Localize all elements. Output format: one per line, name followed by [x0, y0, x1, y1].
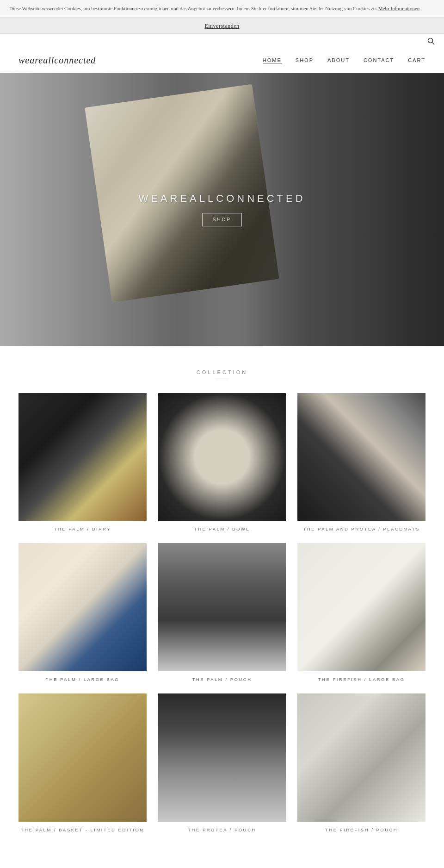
product-item-palm-bowl[interactable]: THE PALM / BOWL: [158, 393, 286, 532]
product-name-protea-pouch: THE PROTEA / POUCH: [158, 827, 286, 832]
nav-about[interactable]: ABOUT: [327, 57, 350, 63]
hero-section: WEAREALLCONNECTED SHOP: [0, 73, 444, 346]
product-name-palm-basket: THE PALM / BASKET - LIMITED EDITION: [18, 827, 147, 832]
header-search-bar: [0, 34, 444, 50]
product-image-palm-large-bag: [18, 543, 147, 671]
product-image-inner-palm-large-bag: [18, 543, 147, 671]
product-image-inner-palm-basket: [18, 693, 147, 822]
nav-cart[interactable]: CART: [408, 57, 426, 63]
product-image-inner-protea-pouch: [158, 693, 286, 822]
product-item-palm-pouch[interactable]: THE PALM / POUCH: [158, 543, 286, 682]
cookie-more-info-link[interactable]: Mehr Informationen: [378, 6, 420, 11]
product-image-palm-pouch: [158, 543, 286, 671]
product-image-firefish-large-bag: [297, 543, 426, 671]
nav-contact[interactable]: CONTACT: [364, 57, 394, 63]
product-image-inner-firefish-pouch: [297, 693, 426, 822]
product-image-protea-pouch: [158, 693, 286, 822]
collection-section: COLLECTION THE PALM / DIARYTHE PALM / BO…: [0, 346, 444, 858]
main-navigation: HOME SHOP ABOUT CONTACT CART: [263, 57, 426, 63]
product-item-palm-placemats[interactable]: THE PALM AND PROTEA / PLACEMATS: [297, 393, 426, 532]
product-item-palm-basket[interactable]: THE PALM / BASKET - LIMITED EDITION: [18, 693, 147, 832]
search-button[interactable]: [427, 37, 435, 47]
product-image-palm-bowl: [158, 393, 286, 521]
collection-title: COLLECTION: [18, 369, 426, 375]
product-item-firefish-large-bag[interactable]: THE FIREFISH / LARGE BAG: [297, 543, 426, 682]
product-image-inner-firefish-large-bag: [297, 543, 426, 671]
nav-shop[interactable]: SHOP: [296, 57, 314, 63]
product-name-firefish-pouch: THE FIREFISH / POUCH: [297, 827, 426, 832]
product-image-palm-basket: [18, 693, 147, 822]
collection-divider: [215, 379, 229, 379]
product-grid: THE PALM / DIARYTHE PALM / BOWLTHE PALM …: [18, 393, 426, 832]
cookie-accept-link[interactable]: Einverstanden: [204, 23, 239, 29]
product-image-inner-palm-bowl: [158, 393, 286, 521]
product-name-palm-large-bag: THE PALM / LARGE BAG: [18, 677, 147, 682]
product-name-palm-bowl: THE PALM / BOWL: [158, 526, 286, 531]
product-item-protea-pouch[interactable]: THE PROTEA / POUCH: [158, 693, 286, 832]
hero-shop-button[interactable]: SHOP: [202, 213, 242, 226]
product-item-palm-diary[interactable]: THE PALM / DIARY: [18, 393, 147, 532]
collection-header: COLLECTION: [18, 369, 426, 379]
product-item-firefish-pouch[interactable]: THE FIREFISH / POUCH: [297, 693, 426, 832]
cookie-message: Diese Webseite verwendet Cookies, um bes…: [9, 6, 377, 11]
hero-content: WEAREALLCONNECTED SHOP: [138, 193, 305, 226]
cookie-accept-bar: Einverstanden: [0, 18, 444, 34]
svg-line-1: [432, 42, 435, 44]
product-image-palm-diary: [18, 393, 147, 521]
logo[interactable]: weareallconnected: [18, 55, 96, 66]
product-image-inner-palm-pouch: [158, 543, 286, 671]
product-item-palm-large-bag[interactable]: THE PALM / LARGE BAG: [18, 543, 147, 682]
product-image-inner-palm-diary: [18, 393, 147, 521]
product-name-palm-placemats: THE PALM AND PROTEA / PLACEMATS: [297, 526, 426, 531]
product-name-palm-pouch: THE PALM / POUCH: [158, 677, 286, 682]
hero-title: WEAREALLCONNECTED: [138, 193, 305, 205]
main-header: weareallconnected HOME SHOP ABOUT CONTAC…: [0, 50, 444, 73]
product-name-firefish-large-bag: THE FIREFISH / LARGE BAG: [297, 677, 426, 682]
product-image-firefish-pouch: [297, 693, 426, 822]
cookie-banner: Diese Webseite verwendet Cookies, um bes…: [0, 0, 444, 18]
svg-point-0: [428, 38, 433, 43]
nav-home[interactable]: HOME: [263, 57, 282, 63]
product-image-inner-palm-placemats: [297, 393, 426, 521]
product-image-palm-placemats: [297, 393, 426, 521]
product-name-palm-diary: THE PALM / DIARY: [18, 526, 147, 531]
